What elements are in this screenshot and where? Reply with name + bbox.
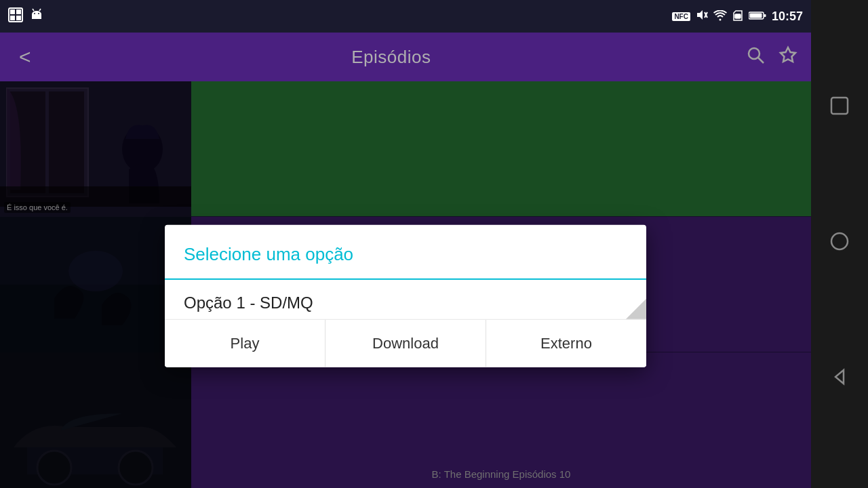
- svg-rect-4: [16, 16, 21, 20]
- mute-icon: [696, 9, 708, 24]
- gallery-icon: [8, 7, 23, 26]
- svg-point-34: [831, 233, 848, 249]
- svg-point-7: [34, 13, 35, 14]
- back-nav-icon[interactable]: [829, 366, 850, 393]
- svg-marker-20: [781, 47, 795, 62]
- dialog-title: Selecione uma opção: [184, 244, 353, 264]
- svg-line-19: [758, 58, 764, 63]
- status-time: 10:57: [772, 9, 803, 24]
- play-button[interactable]: Play: [165, 320, 326, 367]
- svg-line-10: [39, 9, 41, 11]
- app-container: NFC: [0, 0, 811, 488]
- svg-rect-2: [16, 9, 21, 14]
- wifi-icon: [713, 10, 727, 23]
- external-button[interactable]: Externo: [486, 320, 646, 367]
- svg-point-8: [38, 13, 39, 14]
- android-icon: [30, 8, 43, 25]
- sim-icon: [732, 9, 743, 24]
- favorite-icon[interactable]: [778, 45, 797, 69]
- home-icon[interactable]: [829, 230, 850, 258]
- svg-marker-35: [835, 370, 844, 384]
- dialog-option-text: Opção 1 - SD/MQ: [184, 293, 313, 312]
- dialog-content: Opção 1 - SD/MQ: [165, 280, 646, 319]
- header-icons: [746, 45, 797, 69]
- battery-icon: [749, 11, 766, 22]
- svg-rect-1: [10, 9, 15, 14]
- status-bar-right: NFC: [672, 9, 803, 24]
- status-bar-left: [8, 7, 43, 26]
- svg-rect-6: [32, 14, 41, 19]
- svg-line-9: [33, 9, 34, 11]
- svg-marker-11: [697, 10, 703, 20]
- status-bar: NFC: [0, 0, 811, 33]
- svg-rect-3: [10, 16, 15, 20]
- recents-icon[interactable]: [829, 95, 850, 122]
- dialog-buttons: Play Download Externo: [165, 319, 646, 367]
- svg-point-18: [749, 48, 760, 59]
- dialog-corner-triangle: [626, 299, 646, 319]
- nav-bar: [811, 0, 868, 488]
- top-bar: < Episódios: [0, 33, 811, 81]
- svg-rect-33: [831, 98, 848, 114]
- nfc-icon: NFC: [672, 12, 690, 21]
- back-button[interactable]: <: [14, 40, 37, 74]
- content-area: É isso que você é.: [0, 81, 811, 488]
- page-title: Episódios: [351, 47, 431, 68]
- svg-rect-14: [735, 14, 741, 18]
- dialog-title-area: Selecione uma opção: [165, 225, 646, 280]
- svg-rect-17: [764, 14, 766, 17]
- search-icon[interactable]: [746, 45, 765, 69]
- dialog: Selecione uma opção Opção 1 - SD/MQ Play…: [165, 225, 646, 367]
- svg-rect-16: [749, 13, 762, 18]
- download-button[interactable]: Download: [326, 320, 486, 367]
